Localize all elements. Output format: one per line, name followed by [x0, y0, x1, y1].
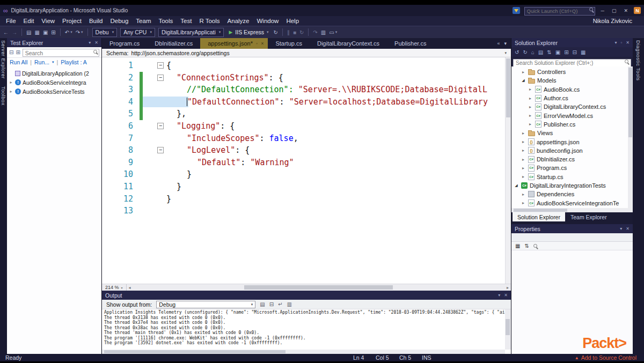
navigate-forward-icon[interactable]: →: [12, 29, 17, 35]
expander-icon[interactable]: ▸: [521, 166, 526, 171]
scrollbar-thumb[interactable]: [104, 350, 286, 353]
editor-tab-digitallibrarycontext-cs[interactable]: DigitalLibraryContext.cs: [310, 38, 387, 49]
editor-tab-startup-cs[interactable]: Startup.cs: [268, 38, 310, 49]
zoom-control[interactable]: 214 %▾: [102, 284, 127, 291]
maximize-button[interactable]: ▢: [610, 8, 618, 13]
expander-icon[interactable]: ▸: [9, 89, 13, 94]
output-console[interactable]: Application Insights Telemetry (unconfig…: [102, 309, 505, 350]
chevron-down-icon[interactable]: ▾: [620, 226, 622, 231]
group-by-icon[interactable]: ⊟: [9, 49, 13, 55]
stop-icon[interactable]: ■: [293, 29, 296, 35]
expander-icon[interactable]: ◢: [521, 78, 526, 83]
test-link-run-all[interactable]: Run All: [10, 59, 27, 65]
save-icon[interactable]: ▣: [43, 29, 48, 35]
chevron-down-icon[interactable]: ▾: [498, 293, 500, 298]
navigate-back-icon[interactable]: ←: [3, 29, 9, 35]
solution-item-audiobookserviceintegrationte[interactable]: ▸C#AudioBookServiceIntegrationTe: [511, 198, 633, 207]
scroll-left-icon[interactable]: ◂: [127, 285, 133, 290]
expander-icon[interactable]: ▸: [521, 131, 526, 136]
editor-vertical-scrollbar[interactable]: [505, 57, 511, 284]
menu-item-test[interactable]: Test: [177, 18, 195, 24]
scrollbar-thumb[interactable]: [506, 58, 510, 117]
comment-icon[interactable]: ▭: [329, 29, 334, 35]
minimize-button[interactable]: ─: [599, 8, 606, 13]
user-name[interactable]: Nikola Zivkovic: [593, 18, 632, 24]
solution-explorer-search-input[interactable]: [513, 59, 631, 67]
collapse-box[interactable]: −: [157, 147, 164, 153]
add-to-source-control-button[interactable]: ▲Add to Source Control: [575, 354, 636, 361]
code-line-7[interactable]: 7"IncludeScopes": false,: [102, 132, 511, 145]
menu-item-view[interactable]: View: [38, 18, 58, 24]
quick-launch-input[interactable]: [524, 7, 595, 16]
expander-icon[interactable]: ▸: [521, 157, 526, 162]
panel-tab-solution-explorer[interactable]: Solution Explorer: [513, 212, 565, 221]
solution-item-dbinitializer-cs[interactable]: ▸C#DbInitializer.cs: [511, 155, 633, 164]
close-icon[interactable]: ×: [261, 41, 264, 46]
code-line-3[interactable]: 3//"DefaultConnection": "Server=.\\RUBIK…: [102, 84, 511, 96]
code-editor[interactable]: 1−{2−"ConnectionStrings": {3//"DefaultCo…: [102, 57, 511, 284]
categorized-icon[interactable]: ▦: [515, 243, 520, 249]
test-link-run[interactable]: Run...: [34, 59, 49, 65]
solution-item-views[interactable]: ▸Views: [511, 129, 633, 137]
expander-icon[interactable]: ▸: [528, 105, 533, 109]
restart-icon[interactable]: ↻: [299, 29, 304, 35]
show-all-files-icon[interactable]: ▦: [581, 49, 586, 55]
pending-changes-icon[interactable]: ⇅: [547, 49, 551, 55]
solution-item-appsettings-json[interactable]: ▸{}appsettings.json: [511, 137, 633, 146]
code-line-10[interactable]: 10}: [102, 168, 511, 181]
test-item[interactable]: ▸!AudioBookServiceIntegra: [7, 78, 101, 87]
solution-item-dependencies[interactable]: ▸Dependencies: [511, 190, 633, 198]
code-line-9[interactable]: 9"Default": "Warning": [102, 157, 511, 169]
tool-tab-server-explorer[interactable]: Server Explorer: [1, 40, 6, 79]
filter-tests-icon[interactable]: ⊞: [16, 49, 20, 55]
output-horizontal-scrollbar[interactable]: [102, 350, 505, 354]
break-all-icon[interactable]: ∥: [287, 29, 290, 35]
scroll-tabs-icon[interactable]: «: [497, 41, 500, 46]
close-icon[interactable]: ✕: [626, 226, 630, 231]
scrollbar-thumb[interactable]: [506, 319, 510, 335]
undo-icon[interactable]: ↶: [65, 29, 69, 35]
chevron-down-icon[interactable]: ▾: [504, 41, 507, 46]
expander-icon[interactable]: ▸: [521, 201, 526, 205]
test-search-input[interactable]: [23, 49, 99, 57]
editor-horizontal-scrollbar[interactable]: [133, 284, 504, 291]
sync-with-active-document-icon[interactable]: ▣: [555, 49, 560, 55]
find-in-files-icon[interactable]: ▥: [321, 29, 326, 35]
tool-tab-toolbox[interactable]: Toolbox: [1, 86, 6, 106]
code-line-12[interactable]: 12}: [102, 193, 511, 205]
collapse-all-icon[interactable]: ⊟: [573, 49, 577, 55]
solution-item-bundleconfig-json[interactable]: ▸{}bundleconfig.json: [511, 146, 633, 155]
menu-item-edit[interactable]: Edit: [20, 18, 38, 24]
code-line-5[interactable]: 5},: [102, 108, 511, 120]
close-icon[interactable]: ✕: [94, 40, 98, 45]
test-item[interactable]: ▸!AudioBooksServiceTests: [7, 87, 101, 96]
code-line-1[interactable]: 1−{: [102, 60, 511, 72]
code-line-2[interactable]: 2−"ConnectionStrings": {: [102, 72, 511, 84]
menu-item-project[interactable]: Project: [58, 18, 85, 24]
menu-item-debug[interactable]: Debug: [106, 18, 132, 24]
back-icon[interactable]: ↺: [515, 49, 519, 55]
find-message-icon[interactable]: ▤: [260, 301, 265, 307]
expander-icon[interactable]: ◢: [514, 183, 519, 188]
collapse-box[interactable]: −: [157, 62, 164, 69]
chevron-down-icon[interactable]: ▾: [81, 30, 83, 34]
solution-item-models[interactable]: ◢Models: [511, 76, 633, 85]
pin-icon[interactable]: ▫: [620, 40, 622, 45]
solution-item-digitallibraryintegrationtests[interactable]: ◢C#DigitalLibraryIntegrationTests: [511, 181, 633, 190]
toolbar-overflow-icon[interactable]: ▾: [335, 30, 338, 34]
scrollbar-thumb[interactable]: [244, 285, 393, 290]
browser-link-refresh-icon[interactable]: ↻: [274, 29, 278, 35]
solution-item-program-cs[interactable]: ▸C#Program.cs: [511, 164, 633, 172]
expander-icon[interactable]: ▸: [528, 96, 533, 101]
close-icon[interactable]: ✕: [504, 293, 508, 298]
code-line-6[interactable]: 6−"Logging": {: [102, 120, 511, 132]
solution-item-errorviewmodel-cs[interactable]: ▸C#ErrorViewModel.cs: [511, 111, 633, 120]
new-file-icon[interactable]: ▤: [26, 29, 31, 35]
clear-all-icon[interactable]: ⊟: [269, 301, 274, 307]
code-line-11[interactable]: 11}: [102, 181, 511, 193]
code-line-4[interactable]: 4"DefaultConnection": "Server=localhost;…: [102, 96, 511, 108]
word-wrap-icon[interactable]: ↵: [278, 301, 282, 307]
menu-item-help[interactable]: Help: [282, 18, 303, 24]
solution-explorer-header[interactable]: Solution Explorer ▾ ▫ ✕: [511, 38, 633, 47]
close-icon[interactable]: ✕: [626, 40, 630, 45]
